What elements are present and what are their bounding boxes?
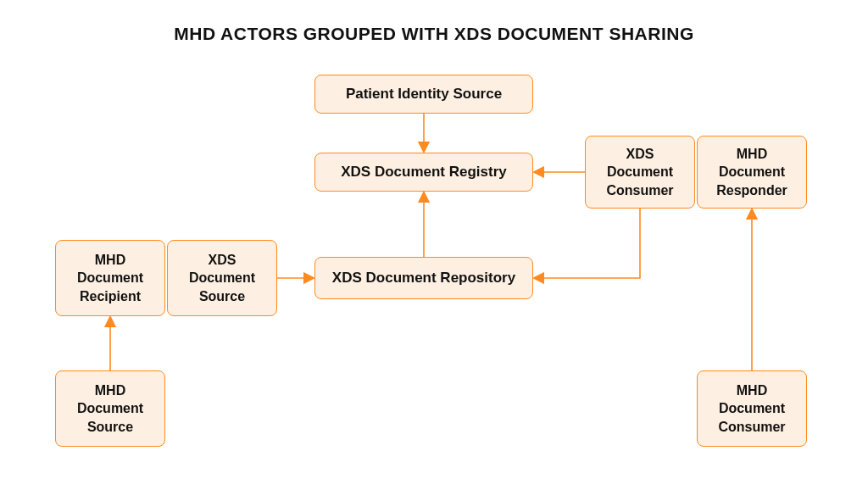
diagram-title: MHD ACTORS GROUPED WITH XDS DOCUMENT SHA… — [0, 24, 868, 44]
node-patient-identity-source: Patient Identity Source — [314, 75, 533, 114]
node-xds-document-consumer: XDS Document Consumer — [585, 136, 695, 209]
node-mhd-document-source: MHD Document Source — [55, 370, 165, 447]
arrow-consumer-to-repository — [535, 209, 640, 278]
node-mhd-document-responder: MHD Document Responder — [697, 136, 807, 209]
node-xds-document-repository: XDS Document Repository — [314, 257, 533, 299]
node-xds-document-registry: XDS Document Registry — [314, 153, 533, 192]
node-mhd-document-recipient: MHD Document Recipient — [55, 240, 165, 316]
diagram-canvas: MHD ACTORS GROUPED WITH XDS DOCUMENT SHA… — [0, 0, 868, 501]
node-mhd-document-consumer: MHD Document Consumer — [697, 370, 807, 447]
node-xds-document-source: XDS Document Source — [167, 240, 277, 316]
